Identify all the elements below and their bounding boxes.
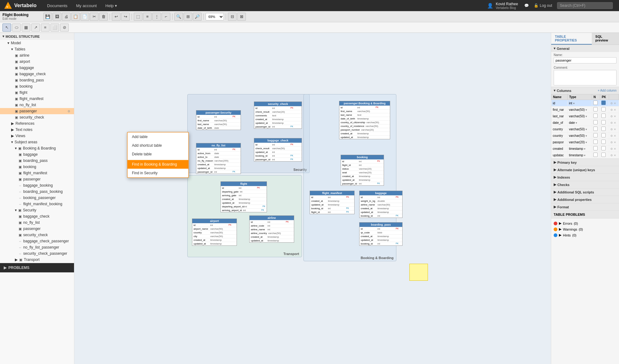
nav-search-input[interactable] [557,2,613,9]
notifications-btn[interactable]: 💬 [522,0,531,11]
logout-btn[interactable]: 🔓 Log out [531,0,555,11]
dt-airport[interactable]: airport idintPK airport_namevarchar(50) … [192,219,237,246]
draw-table-btn[interactable]: ▦ [22,24,30,32]
nav-documents[interactable]: Documents [43,0,72,11]
col-n-cell[interactable] [592,113,600,119]
general-header[interactable]: ▾ General [551,45,619,52]
col-n-cell[interactable] [592,132,600,139]
col-row-6[interactable]: passpor varchar(20) ▾ ⚙ ✕ [551,139,619,145]
model-structure-header[interactable]: ▾ MODEL STRUCTURE [0,33,74,40]
tab-sql-preview[interactable]: SQL preview [592,33,619,45]
tb-image-btn[interactable]: 🖼 [53,13,61,21]
sidebar-bb-booking[interactable]: ▣booking [0,164,74,170]
tb-delete-btn[interactable]: 🗑 [99,13,108,21]
dt-booking[interactable]: booking idintPK flight_idint statusvarch… [341,155,384,186]
ctx-delete-table[interactable]: Delete table [128,150,188,158]
alt-keys-header[interactable]: ▶ Alternate (unique) keys [551,166,619,173]
ctx-find-security[interactable]: Find in Security [128,169,188,177]
errors-row[interactable]: ▶ Errors (0) [554,220,617,226]
col-n-cell[interactable] [592,106,600,113]
sidebar-table-flight[interactable]: ▣flight [0,89,74,96]
draw-text-btn[interactable]: ⊘ [60,24,69,32]
col-n-cell[interactable] [592,152,600,158]
draw-area-btn[interactable]: ⬜ [50,24,59,32]
tb-view-list-btn[interactable]: ⊟ [228,13,237,21]
tb-print-btn[interactable]: 🖨 [62,13,71,21]
tb-valign-btn[interactable]: ⋮ [152,13,161,21]
nav-help[interactable]: Help ▾ [101,0,121,11]
col-type-btn[interactable]: ▾ [584,147,586,150]
col-pk-cell[interactable] [600,113,609,119]
dt-airline[interactable]: airline idintPK airline_codeint airline_… [249,215,294,243]
tb-save-btn[interactable]: 💾 [43,13,52,21]
draw-rel-btn[interactable]: ↗ [31,24,40,32]
sidebar-references[interactable]: ▶ References [0,120,74,127]
nav-myaccount[interactable]: My account [72,0,101,11]
zoom-select[interactable]: 69% 100% 50% [206,13,224,20]
tb-redo-btn[interactable]: ↪ [121,13,130,21]
col-pk-cell[interactable] [600,132,609,139]
sidebar-sec-passenger[interactable]: ▣passenger [0,226,74,232]
tb-paste-btn[interactable]: 📄 [81,13,89,21]
sidebar-subject-areas[interactable]: ▾ Subject areas [0,139,74,145]
col-n-cell[interactable] [592,119,600,126]
sidebar-bb-passenger[interactable]: ▣passenger [0,176,74,182]
sidebar-security-group[interactable]: ▾ ▣ Security [0,207,74,213]
col-type-btn[interactable]: ▾ [586,134,587,137]
draw-note-btn[interactable]: ≡ [41,24,50,32]
sidebar-model[interactable]: ▾ Model [0,40,74,46]
tb-copy-btn[interactable]: 📋 [71,13,80,21]
canvas-area[interactable]: Security Booking & Boarding Transport pa… [74,33,551,364]
tb-corner-btn[interactable]: ⌐ [162,13,170,21]
dt-passenger-booking[interactable]: passenger:Booking & Boarding idintPK fir… [339,101,390,139]
tb-cut-btn[interactable]: ✂ [90,13,98,21]
sidebar-sec-rel2[interactable]: ↔no_fly_list_passenger [0,244,74,250]
add-column-link[interactable]: + Add column [598,89,617,92]
warnings-row[interactable]: ▶ Warnings (0) [554,226,617,232]
dt-passenger-security[interactable]: passenger:Security idintPK first_namevar… [196,110,241,130]
col-row-0[interactable]: id int ▾ ⚙ ✕ [551,100,619,106]
dt-baggage-check[interactable]: baggage_check idintPK check_resultvarcha… [254,138,302,162]
sidebar-table-flight_manifest[interactable]: ▣flight_manifest [0,96,74,102]
sidebar-table-airport[interactable]: ▣airport [0,58,74,65]
draw-lasso-btn[interactable]: ⬭ [12,24,21,32]
checks-header[interactable]: ▶ Checks [551,181,619,188]
sidebar-table-security_check[interactable]: ▣security_check [0,114,74,120]
col-type-btn[interactable]: ▾ [586,115,587,118]
sidebar-table-airline[interactable]: ▣airline [0,52,74,58]
col-pk-cell[interactable] [600,139,609,145]
tb-zoomout-btn[interactable]: 🔎 [193,13,202,21]
tb-undo-btn[interactable]: ↩ [112,13,120,21]
col-row-2[interactable]: last_nar varchar(50) ▾ ⚙ ✕ [551,113,619,119]
col-pk-cell[interactable] [600,106,609,113]
col-row-4[interactable]: country varchar(50) ▾ ⚙ ✕ [551,126,619,132]
col-pk-cell[interactable] [600,152,609,158]
col-row-3[interactable]: date_of date ▾ ⚙ ✕ [551,119,619,126]
sidebar-sec-baggage_check[interactable]: ▣baggage_check [0,213,74,219]
sidebar-table-passenger[interactable]: ▣passenger ⚙ [0,108,74,114]
sidebar-bb-rel1[interactable]: ↔baggage_booking [0,182,74,188]
dt-security-check[interactable]: security_check idintPK check_resultvarch… [254,102,302,129]
tb-zoomin-btn[interactable]: 🔍 [174,13,183,21]
sidebar-bb-baggage[interactable]: ▣baggage [0,151,74,158]
logo[interactable]: V Vertabelo [4,1,37,10]
col-type-btn[interactable]: ▾ [584,154,586,157]
sidebar-sec-security_check[interactable]: ▣security_check [0,232,74,238]
col-n-cell[interactable] [592,145,600,152]
col-n-cell[interactable] [592,139,600,145]
col-type-btn[interactable]: ▾ [586,141,587,144]
sidebar-table-no_fly_list[interactable]: ▣no_fly_list [0,102,74,108]
sidebar-table-baggage[interactable]: ▣baggage [0,65,74,71]
col-row-7[interactable]: created timestamp ▾ ⚙ ✕ [551,145,619,152]
col-pk-cell[interactable] [600,100,609,106]
ctx-add-shortcut-table[interactable]: Add shortcut table [128,141,188,150]
sidebar-bb-group[interactable]: ▾ ▣ Booking & Boarding [0,145,74,151]
sidebar-bb-rel4[interactable]: ↔flight_manifest_booking [0,201,74,207]
tb-view-grid-btn[interactable]: ⊠ [237,13,246,21]
sidebar-sec-no_fly_list[interactable]: ▣no_fly_list [0,219,74,226]
col-pk-cell[interactable] [600,145,609,152]
col-type-btn[interactable]: ▾ [586,108,587,111]
hints-row[interactable]: ▶ Hints (0) [554,232,617,238]
sidebar-table-boarding_pass[interactable]: ▣boarding_pass [0,77,74,83]
col-row-8[interactable]: updatac timestamp ▾ ⚙ ✕ [551,152,619,158]
